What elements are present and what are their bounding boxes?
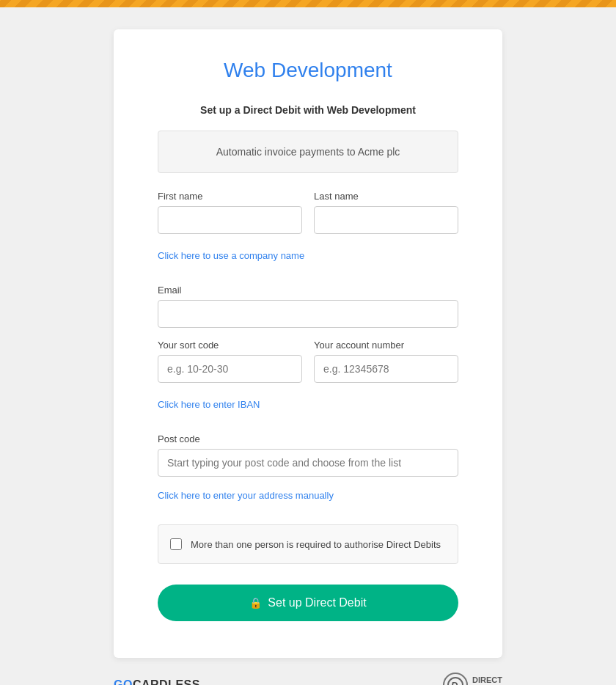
checkbox-label: More than one person is required to auth… xyxy=(191,539,441,550)
last-name-input[interactable] xyxy=(314,206,458,234)
top-stripe xyxy=(0,0,616,7)
page-title: Web Development xyxy=(158,59,458,82)
name-row: First name Last name xyxy=(158,191,458,246)
submit-button-label: Set up Direct Debit xyxy=(268,596,366,609)
gocardless-cardless: CARDLESS xyxy=(133,678,200,685)
subtitle: Set up a Direct Debit with Web Developme… xyxy=(158,104,458,116)
lock-icon: 🔒 xyxy=(249,597,262,609)
form-card: Web Development Set up a Direct Debit wi… xyxy=(114,29,502,658)
bank-row: Your sort code Your account number xyxy=(158,340,458,395)
post-code-label: Post code xyxy=(158,433,458,444)
first-name-input[interactable] xyxy=(158,206,302,234)
iban-link-row: Click here to enter IBAN xyxy=(158,398,458,422)
direct-debit-text: DIRECT Debit xyxy=(472,675,502,685)
company-name-link[interactable]: Click here to use a company name xyxy=(158,250,304,261)
post-code-group: Post code xyxy=(158,433,458,477)
address-manual-link[interactable]: Click here to enter your address manuall… xyxy=(158,490,334,501)
submit-button[interactable]: 🔒 Set up Direct Debit xyxy=(158,585,458,621)
direct-debit-icon: D xyxy=(443,673,468,685)
direct-debit-logo: D DIRECT Debit xyxy=(443,673,502,685)
page-wrapper: Web Development Set up a Direct Debit wi… xyxy=(0,7,616,685)
authorise-checkbox[interactable] xyxy=(170,538,182,550)
account-number-group: Your account number xyxy=(314,340,458,383)
gocardless-go: GO xyxy=(114,678,133,685)
gocardless-logo: GOCARDLESS xyxy=(114,678,200,685)
email-input[interactable] xyxy=(158,300,458,328)
company-link-row: Click here to use a company name xyxy=(158,249,458,273)
description-box: Automatic invoice payments to Acme plc xyxy=(158,131,458,173)
first-name-label: First name xyxy=(158,191,302,202)
footer: GOCARDLESS D DIRECT Debit xyxy=(114,658,502,685)
sort-code-label: Your sort code xyxy=(158,340,302,351)
last-name-label: Last name xyxy=(314,191,458,202)
sort-code-input[interactable] xyxy=(158,355,302,383)
svg-text:D: D xyxy=(451,680,458,685)
sort-code-group: Your sort code xyxy=(158,340,302,383)
last-name-group: Last name xyxy=(314,191,458,234)
iban-link[interactable]: Click here to enter IBAN xyxy=(158,399,260,410)
first-name-group: First name xyxy=(158,191,302,234)
address-link-row: Click here to enter your address manuall… xyxy=(158,488,458,513)
email-group: Email xyxy=(158,285,458,328)
account-number-input[interactable] xyxy=(314,355,458,383)
checkbox-row: More than one person is required to auth… xyxy=(158,524,458,564)
account-number-label: Your account number xyxy=(314,340,458,351)
post-code-input[interactable] xyxy=(158,449,458,477)
email-label: Email xyxy=(158,285,458,296)
